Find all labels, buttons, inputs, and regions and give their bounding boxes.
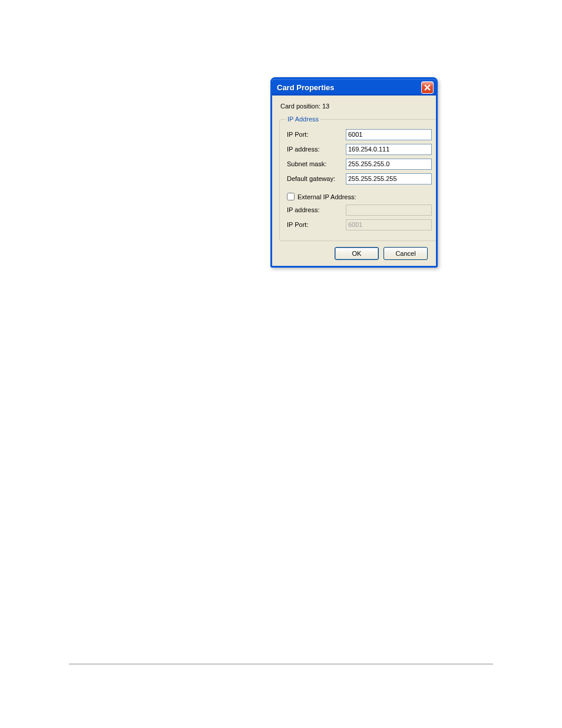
external-ip-address-input: [346, 205, 432, 216]
card-properties-dialog: Card Properties Card position: 13 IP Add…: [270, 77, 438, 268]
dialog-body: Card position: 13 IP Address IP Port: IP…: [272, 95, 436, 266]
ip-address-label: IP address:: [286, 146, 346, 153]
external-ip-port-label: IP Port:: [286, 221, 346, 228]
external-ip-port-row: IP Port:: [286, 219, 432, 230]
default-gateway-row: Default gateway:: [286, 173, 432, 185]
external-ip-port-input: [346, 219, 432, 230]
close-icon: [424, 84, 431, 91]
subnet-mask-row: Subnet mask:: [286, 158, 432, 170]
card-position-label: Card position: 13: [279, 103, 429, 110]
button-row: OK Cancel: [279, 247, 429, 260]
close-button[interactable]: [421, 81, 434, 94]
ip-address-groupbox: IP Address IP Port: IP address: Subnet m…: [279, 116, 438, 241]
cancel-button[interactable]: Cancel: [384, 247, 428, 260]
ip-port-input[interactable]: [346, 129, 432, 140]
page-divider: [69, 664, 493, 664]
ip-address-legend: IP Address: [286, 116, 320, 123]
ok-button[interactable]: OK: [335, 247, 379, 260]
ip-address-row: IP address:: [286, 143, 432, 155]
external-ip-address-label: IP address:: [286, 206, 346, 213]
default-gateway-input[interactable]: [346, 173, 432, 185]
external-ip-checkbox[interactable]: [287, 193, 295, 200]
dialog-title: Card Properties: [277, 83, 335, 92]
external-ip-address-row: IP address:: [286, 204, 432, 216]
default-gateway-label: Default gateway:: [286, 175, 346, 182]
subnet-mask-input[interactable]: [346, 159, 432, 170]
subnet-mask-label: Subnet mask:: [286, 160, 346, 167]
ip-port-row: IP Port:: [286, 129, 432, 140]
ip-address-input[interactable]: [346, 144, 432, 155]
external-ip-checkbox-label: External IP Address:: [297, 193, 356, 200]
titlebar[interactable]: Card Properties: [272, 79, 436, 95]
external-ip-checkbox-row: External IP Address:: [286, 193, 432, 200]
ip-port-label: IP Port:: [286, 131, 346, 138]
